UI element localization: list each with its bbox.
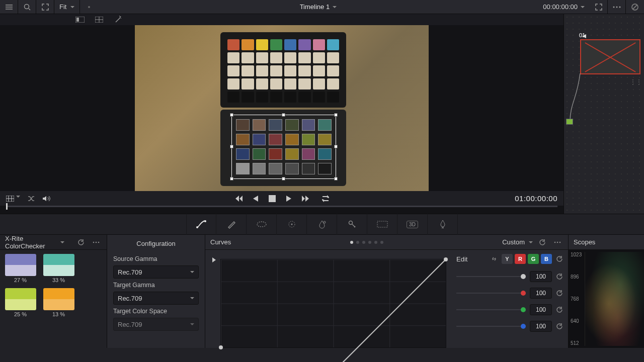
more-icon[interactable]: [552, 241, 563, 243]
viewer-timecode[interactable]: 00:00:00:00: [538, 3, 590, 11]
corrector-node[interactable]: [580, 39, 640, 74]
go-first-icon[interactable]: [233, 195, 243, 202]
loop-icon[interactable]: [321, 195, 330, 202]
transport-timecode[interactable]: 01:00:00:00: [515, 194, 557, 203]
intensity-slider[interactable]: [456, 293, 526, 294]
match-swatch[interactable]: [5, 254, 36, 276]
marker-dot-icon[interactable]: [80, 0, 98, 14]
tool-3d-icon[interactable]: 3D: [397, 214, 428, 235]
source-gamma-select[interactable]: Rec.709: [113, 265, 199, 279]
chevron-down-icon[interactable]: [333, 6, 337, 8]
match-swatch[interactable]: [43, 254, 74, 276]
fullscreen-icon[interactable]: [590, 0, 608, 14]
intensity-slider[interactable]: [456, 276, 526, 277]
output-node[interactable]: [566, 119, 573, 125]
curves-title: Curves: [210, 238, 231, 246]
reset-icon[interactable]: [537, 239, 548, 246]
tool-window-icon[interactable]: [247, 214, 277, 235]
svg-line-24: [221, 259, 446, 362]
play-icon[interactable]: [286, 195, 292, 202]
reset-icon[interactable]: [556, 323, 563, 330]
channel-r-button[interactable]: R: [515, 254, 526, 264]
scrub-knob[interactable]: [6, 203, 8, 210]
intensity-value[interactable]: 100: [530, 271, 552, 282]
intensity-value[interactable]: 100: [530, 288, 552, 299]
reset-icon[interactable]: [556, 255, 563, 262]
scope-tick: 512: [571, 340, 582, 346]
tool-blur-icon[interactable]: [307, 214, 337, 235]
speaker-icon[interactable]: [42, 195, 50, 202]
intensity-slider[interactable]: [456, 309, 526, 310]
target-colorspace-select[interactable]: Rec.709: [113, 318, 199, 331]
more-icon[interactable]: [608, 0, 626, 14]
overlay-handle[interactable]: [282, 113, 285, 117]
tool-sizing-icon[interactable]: [367, 214, 397, 235]
menu-icon[interactable]: [0, 0, 18, 14]
reset-icon[interactable]: [556, 273, 563, 280]
magic-wand-icon[interactable]: [111, 14, 125, 25]
channel-b-button[interactable]: B: [541, 254, 552, 264]
curve-point[interactable]: [219, 345, 223, 349]
chevron-down-icon[interactable]: [60, 241, 64, 243]
config-title: Configuration: [113, 237, 199, 252]
grip-icon[interactable]: ⋮⋮: [630, 78, 642, 85]
intensity-slider[interactable]: [456, 326, 526, 327]
zoom-fit-label: Fit: [59, 3, 66, 11]
viewer-canvas[interactable]: [0, 25, 564, 191]
overlay-handle[interactable]: [230, 113, 233, 117]
timeline-name[interactable]: Timeline 1: [300, 3, 330, 11]
disable-icon[interactable]: [626, 0, 644, 14]
tool-key-icon[interactable]: [337, 214, 367, 235]
tool-tracker-icon[interactable]: [277, 214, 307, 235]
target-colorspace-label: Target Color Space: [113, 308, 199, 315]
slider-knob[interactable]: [521, 291, 526, 296]
color-match-preset[interactable]: X-Rite ColorChecker: [5, 235, 56, 250]
histogram-toggle-icon[interactable]: [212, 257, 216, 262]
channel-y-button[interactable]: Y: [502, 254, 513, 264]
reset-icon[interactable]: [75, 239, 87, 246]
overlay-handle[interactable]: [334, 177, 338, 180]
curves-graph[interactable]: [220, 259, 446, 348]
channel-g-button[interactable]: G: [528, 254, 539, 264]
prev-frame-icon[interactable]: [253, 195, 259, 202]
scrub-track[interactable]: [6, 206, 557, 207]
target-gamma-select[interactable]: Rec.709: [113, 292, 199, 305]
link-icon[interactable]: [491, 255, 498, 262]
search-icon[interactable]: [18, 0, 36, 14]
chevron-down-icon[interactable]: [529, 241, 533, 243]
tool-qualifier-icon[interactable]: [216, 214, 247, 235]
grid-view-icon[interactable]: [92, 14, 106, 25]
reset-icon[interactable]: [556, 290, 563, 297]
node-graph[interactable]: 01 ⋮⋮: [564, 14, 644, 214]
reset-icon[interactable]: [556, 306, 563, 313]
color-match-overlay[interactable]: [231, 115, 336, 179]
curve-point[interactable]: [444, 257, 448, 261]
overlay-handle[interactable]: [282, 177, 285, 180]
overlay-handle[interactable]: [230, 145, 233, 148]
match-swatch[interactable]: [43, 288, 74, 310]
intensity-value[interactable]: 100: [530, 321, 552, 332]
curves-mode[interactable]: Custom: [502, 238, 525, 246]
svg-point-21: [554, 241, 556, 243]
slider-knob[interactable]: [521, 274, 526, 279]
curves-page-dots[interactable]: [350, 241, 383, 244]
overlay-handle[interactable]: [334, 145, 338, 148]
slider-knob[interactable]: [521, 324, 526, 329]
overlay-handle[interactable]: [334, 113, 338, 117]
slider-knob[interactable]: [521, 307, 526, 312]
scope-display[interactable]: 1023896768640512: [569, 250, 644, 348]
tool-curves-icon[interactable]: [186, 214, 216, 235]
overlay-handle[interactable]: [230, 177, 233, 180]
zoom-fit-select[interactable]: Fit: [54, 0, 80, 14]
tool-fx-icon[interactable]: [428, 214, 458, 235]
shuffle-icon[interactable]: [27, 195, 35, 202]
expand-icon[interactable]: [36, 0, 54, 14]
svg-point-23: [559, 241, 561, 243]
single-view-icon[interactable]: [73, 14, 87, 25]
stop-icon[interactable]: [269, 195, 276, 202]
match-swatch[interactable]: [5, 288, 36, 310]
more-icon[interactable]: [91, 241, 102, 243]
go-last-icon[interactable]: [302, 195, 311, 202]
intensity-value[interactable]: 100: [530, 304, 552, 315]
thumbnail-mode-icon[interactable]: [6, 196, 20, 202]
